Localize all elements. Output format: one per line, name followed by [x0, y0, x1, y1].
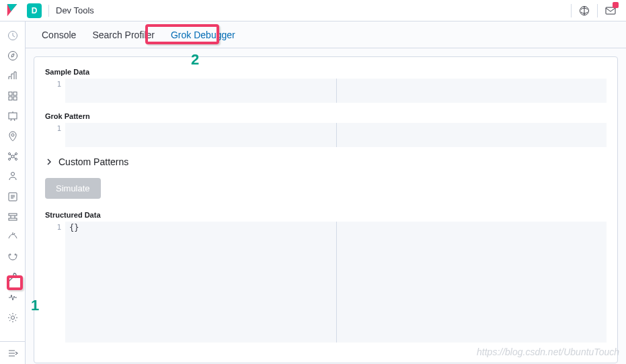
siem-icon[interactable] — [3, 247, 23, 267]
custom-patterns-label: Custom Patterns — [58, 156, 128, 167]
tab-label: Grok Debugger — [171, 30, 235, 40]
side-nav — [0, 21, 26, 364]
infrastructure-icon[interactable] — [3, 167, 23, 187]
space-badge[interactable]: D — [27, 3, 42, 18]
gutter: 1 — [45, 123, 65, 147]
ruler-line — [336, 123, 337, 147]
svg-rect-8 — [9, 113, 17, 119]
tab-search-profiler[interactable]: Search Profiler — [84, 21, 163, 48]
svg-rect-4 — [9, 92, 12, 95]
grok-pattern-editor[interactable]: 1 — [45, 123, 607, 147]
header-right — [568, 1, 621, 21]
canvas-icon[interactable] — [3, 106, 23, 126]
visualize-icon[interactable] — [3, 66, 23, 86]
line-number: 1 — [56, 223, 61, 232]
ruler-line — [336, 222, 337, 343]
gutter: 1 — [45, 222, 65, 343]
code-body[interactable] — [65, 79, 607, 103]
space-letter: D — [32, 6, 38, 15]
tab-console[interactable]: Console — [34, 21, 84, 48]
simulate-button[interactable]: Simulate — [45, 178, 101, 199]
divider — [597, 4, 598, 17]
svg-point-21 — [11, 316, 14, 320]
grok-panel: Sample Data 1 Grok Pattern 1 — [34, 56, 618, 363]
divider — [48, 5, 49, 17]
breadcrumb-title[interactable]: Dev Tools — [56, 5, 94, 15]
svg-point-15 — [11, 173, 14, 176]
svg-point-9 — [11, 134, 14, 136]
svg-point-20 — [15, 254, 16, 255]
line-number: 1 — [56, 124, 61, 133]
monitoring-icon[interactable] — [3, 287, 23, 308]
uptime-icon[interactable] — [3, 227, 23, 247]
maps-icon[interactable] — [3, 126, 23, 146]
code-body: {} — [65, 222, 607, 343]
dashboard-icon[interactable] — [3, 86, 23, 106]
line-number: 1 — [56, 80, 61, 89]
app-body: Console Search Profiler Grok Debugger Sa… — [0, 21, 626, 364]
tab-label: Console — [42, 30, 76, 40]
kibana-logo[interactable] — [7, 4, 20, 17]
structured-output: {} — [69, 223, 79, 232]
ruler-line — [336, 79, 337, 103]
logs-icon[interactable] — [3, 187, 23, 207]
chevron-right-icon — [45, 158, 53, 166]
collapse-nav-button[interactable] — [0, 341, 26, 364]
newsfeed-button[interactable] — [574, 1, 594, 21]
recent-icon[interactable] — [3, 26, 23, 46]
discover-icon[interactable] — [3, 46, 23, 66]
sample-data-editor[interactable]: 1 — [45, 79, 607, 103]
svg-rect-6 — [9, 97, 12, 100]
svg-rect-5 — [13, 92, 17, 95]
svg-rect-7 — [13, 97, 17, 100]
main-area: Console Search Profiler Grok Debugger Sa… — [26, 21, 626, 364]
mail-button[interactable] — [600, 1, 621, 21]
svg-point-3 — [8, 52, 17, 60]
divider — [571, 4, 572, 17]
management-icon[interactable] — [3, 308, 23, 328]
button-label: Simulate — [56, 183, 90, 193]
svg-rect-18 — [9, 218, 17, 220]
grok-pattern-label: Grok Pattern — [45, 112, 607, 120]
svg-rect-1 — [606, 7, 615, 14]
notification-dot-icon — [613, 2, 619, 8]
sample-data-label: Sample Data — [45, 68, 607, 76]
structured-data-label: Structured Data — [45, 211, 607, 219]
structured-data-viewer: 1 {} — [45, 222, 607, 343]
tabs: Console Search Profiler Grok Debugger — [26, 21, 626, 48]
gutter: 1 — [45, 79, 65, 103]
ml-icon[interactable] — [3, 146, 23, 167]
code-body[interactable] — [65, 123, 607, 147]
devtools-icon[interactable] — [3, 267, 23, 287]
header-left: D Dev Tools — [5, 3, 94, 18]
tab-grok-debugger[interactable]: Grok Debugger — [163, 21, 243, 48]
tab-label: Search Profiler — [92, 30, 155, 40]
svg-point-19 — [9, 254, 11, 255]
custom-patterns-toggle[interactable]: Custom Patterns — [45, 156, 607, 167]
svg-rect-17 — [9, 214, 17, 216]
content-wrap: Sample Data 1 Grok Pattern 1 — [26, 48, 626, 364]
app-header: D Dev Tools — [0, 0, 626, 21]
apm-icon[interactable] — [3, 207, 23, 227]
